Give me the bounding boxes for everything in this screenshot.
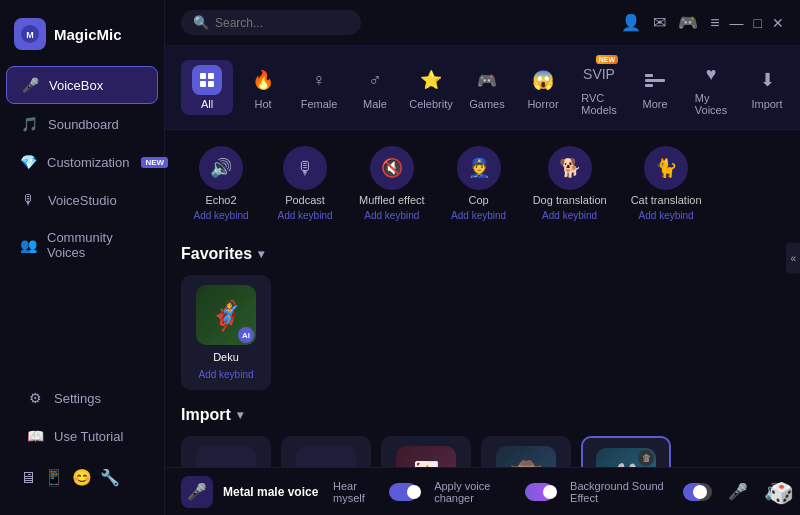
- cat-avatar: 🐈: [644, 146, 688, 190]
- voice-card-muffled[interactable]: 🔇 Muffled effect Add keybind: [349, 140, 435, 227]
- category-more[interactable]: More: [629, 60, 681, 115]
- favorites-cards: 🦸 AI Deku Add keybind: [181, 275, 784, 390]
- dog-keybind[interactable]: Add keybind: [542, 210, 597, 221]
- bugs-delete-btn[interactable]: 🗑: [638, 450, 654, 466]
- sidebar-item-customization-label: Customization: [47, 155, 129, 170]
- community-icon: 👥: [20, 237, 37, 253]
- maximize-button[interactable]: □: [754, 15, 762, 31]
- voicebox-icon: 🎤: [21, 77, 39, 93]
- voice-card-cat[interactable]: 🐈 Cat translation Add keybind: [621, 140, 712, 227]
- horror-icon: 😱: [528, 65, 558, 95]
- deku-keybind[interactable]: Add keybind: [198, 369, 253, 380]
- sidebar-item-soundboard[interactable]: 🎵 Soundboard: [6, 106, 158, 142]
- bg-sound-toggle[interactable]: [683, 483, 712, 501]
- svg-rect-6: [645, 74, 653, 77]
- games-icon: 🎮: [472, 65, 502, 95]
- hear-myself-control: Hear myself: [333, 480, 418, 504]
- sidebar: M MagicMic 🎤 VoiceBox 🎵 Soundboard 💎 Cus…: [0, 0, 165, 515]
- cat-keybind[interactable]: Add keybind: [639, 210, 694, 221]
- cop-name: Cop: [469, 194, 489, 206]
- more-icon: [640, 65, 670, 95]
- sidebar-item-voicestudio-label: VoiceStudio: [48, 193, 117, 208]
- top-voices-row: 🔊 Echo2 Add keybind 🎙 Podcast Add keybin…: [181, 140, 784, 231]
- category-horror[interactable]: 😱 Horror: [517, 60, 569, 115]
- svg-rect-8: [645, 84, 653, 87]
- settings-icon: ⚙: [26, 390, 44, 406]
- sidebar-item-voicestudio[interactable]: 🎙 VoiceStudio: [6, 182, 158, 218]
- bg-sound-label: Background Sound Effect: [570, 480, 677, 504]
- category-rvcmodels[interactable]: SVIP NEW RVC Models: [573, 54, 625, 121]
- tutorial-icon: 📖: [26, 428, 44, 444]
- mobile-icon[interactable]: 📱: [44, 468, 64, 487]
- apply-changer-knob: [543, 485, 557, 499]
- mail-icon[interactable]: ✉: [653, 13, 666, 32]
- fav-card-deku[interactable]: 🦸 AI Deku Add keybind: [181, 275, 271, 390]
- sidebar-item-voicebox[interactable]: 🎤 VoiceBox: [6, 66, 158, 104]
- svg-rect-3: [208, 73, 214, 79]
- svg-rect-2: [200, 73, 206, 79]
- minimize-button[interactable]: —: [730, 15, 744, 31]
- echo2-keybind[interactable]: Add keybind: [193, 210, 248, 221]
- podcast-keybind[interactable]: Add keybind: [277, 210, 332, 221]
- import-voice-card[interactable]: + AI Import Voice: [281, 436, 371, 467]
- import-card-sam[interactable]: 🤠 Sam Elliott Add keybind: [481, 436, 571, 467]
- category-hot[interactable]: 🔥 Hot: [237, 60, 289, 115]
- sidebar-item-tutorial[interactable]: 📖 Use Tutorial: [12, 418, 152, 454]
- tools-icon[interactable]: 🔧: [100, 468, 120, 487]
- voice-card-echo2[interactable]: 🔊 Echo2 Add keybind: [181, 140, 261, 227]
- category-horror-label: Horror: [527, 98, 558, 110]
- sidebar-item-settings[interactable]: ⚙ Settings: [12, 380, 152, 416]
- close-button[interactable]: ✕: [772, 15, 784, 31]
- monitor-icon[interactable]: 🖥: [20, 469, 36, 487]
- voice-card-dog[interactable]: 🐕 Dog translation Add keybind: [523, 140, 617, 227]
- apply-changer-toggle[interactable]: [525, 483, 554, 501]
- import-chevron[interactable]: ▾: [237, 408, 243, 422]
- favorites-chevron[interactable]: ▾: [258, 247, 264, 261]
- myvoices-icon: ♥: [696, 59, 726, 89]
- user-icon[interactable]: 👤: [621, 13, 641, 32]
- muffled-keybind[interactable]: Add keybind: [364, 210, 419, 221]
- emoji-icon[interactable]: 😊: [72, 468, 92, 487]
- create-voice-avatar: +: [196, 446, 256, 467]
- import-title: Import ▾: [181, 406, 784, 424]
- search-icon: 🔍: [193, 15, 209, 30]
- create-voice-card[interactable]: + Create voice: [181, 436, 271, 467]
- category-male[interactable]: ♂ Male: [349, 60, 401, 115]
- rvc-badge: NEW: [596, 55, 618, 64]
- gamepad-icon[interactable]: 🎮: [678, 13, 698, 32]
- category-female[interactable]: ♀ Female: [293, 60, 345, 115]
- category-myvoices[interactable]: ♥ My Voices: [685, 54, 737, 121]
- import-card-bugs[interactable]: 🐰 🗑 Bugs Bunny Add keybind: [581, 436, 671, 467]
- sidebar-item-communityvoices[interactable]: 👥 Community Voices: [6, 220, 158, 270]
- collapse-button[interactable]: «: [786, 242, 800, 273]
- voice-card-podcast[interactable]: 🎙 Podcast Add keybind: [265, 140, 345, 227]
- celebrity-icon: ⭐: [416, 65, 446, 95]
- category-games[interactable]: 🎮 Games: [461, 60, 513, 115]
- voice-card-cop[interactable]: 👮 Cop Add keybind: [439, 140, 519, 227]
- mic-icon[interactable]: 🎤: [728, 482, 748, 501]
- search-box[interactable]: 🔍: [181, 10, 361, 35]
- sidebar-item-customization[interactable]: 💎 Customization NEW: [6, 144, 158, 180]
- import-card-yugi[interactable]: 🃏 AI Yugi Add keybind: [381, 436, 471, 467]
- apply-changer-control: Apply voice changer: [434, 480, 554, 504]
- menu-icon[interactable]: ≡: [710, 14, 719, 32]
- podcast-name: Podcast: [285, 194, 325, 206]
- window-controls: — □ ✕: [730, 15, 784, 31]
- import-voice-avatar: + AI: [296, 446, 356, 467]
- category-import[interactable]: ⬇ Import: [741, 60, 793, 115]
- dice-icon[interactable]: 🎲: [769, 481, 794, 505]
- dog-avatar: 🐕: [548, 146, 592, 190]
- bg-sound-knob: [693, 485, 707, 499]
- category-celebrity-label: Celebrity: [409, 98, 452, 110]
- deku-ai-badge: AI: [238, 327, 254, 343]
- import-plus-icon: +: [319, 462, 333, 467]
- category-celebrity[interactable]: ⭐ Celebrity: [405, 60, 457, 115]
- all-icon: [192, 65, 222, 95]
- category-all[interactable]: All: [181, 60, 233, 115]
- hear-myself-label: Hear myself: [333, 480, 383, 504]
- search-input[interactable]: [215, 16, 335, 30]
- hear-myself-toggle[interactable]: [389, 483, 418, 501]
- sidebar-bottom: ⚙ Settings 📖 Use Tutorial 🖥 📱 😊 🔧: [0, 370, 164, 505]
- cop-keybind[interactable]: Add keybind: [451, 210, 506, 221]
- male-icon: ♂: [360, 65, 390, 95]
